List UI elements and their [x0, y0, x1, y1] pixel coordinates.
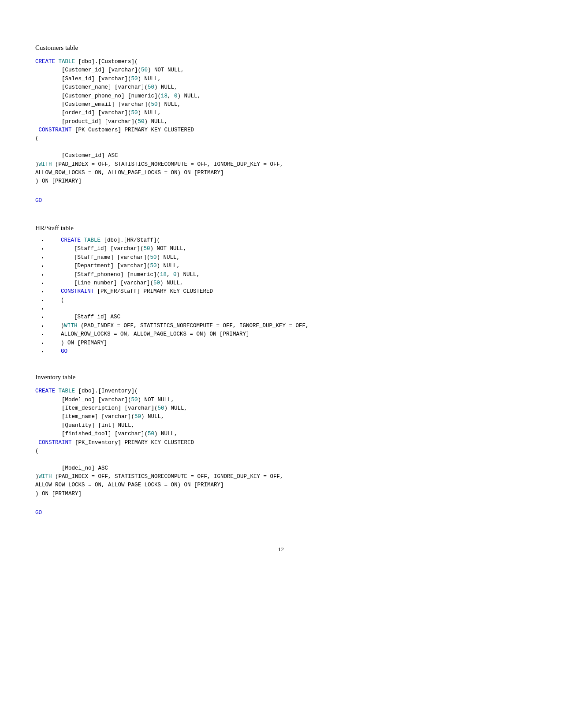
list-item: GO	[48, 347, 527, 356]
customers-code: CREATE TABLE [dbo].[Customers]( [Custome…	[35, 56, 527, 188]
hrstaff-title: HR/Staff table	[35, 224, 527, 232]
list-item: CONSTRAINT [PK_HR/Staff] PRIMARY KEY CLU…	[48, 287, 527, 296]
list-item: ALLOW_ROW_LOCKS = ON, ALLOW_PAGE_LOCKS =…	[48, 330, 527, 339]
page-number: 12	[35, 546, 527, 553]
list-item: [Staff_id] [varchar](50) NOT NULL,	[48, 245, 527, 253]
list-item: [Department] [varchar](50) NULL,	[48, 262, 527, 270]
list-item: [Staff_phoneno] [numeric](18, 0) NULL,	[48, 271, 527, 279]
list-item: )WITH (PAD_INDEX = OFF, STATISTICS_NOREC…	[48, 322, 527, 330]
list-item	[48, 305, 527, 313]
hrstaff-section: HR/Staff table CREATE TABLE [dbo].[HR/St…	[35, 224, 527, 356]
inventory-code: CREATE TABLE [dbo].[Inventory]( [Model_n…	[35, 385, 527, 500]
inventory-go: GO	[35, 507, 527, 519]
customers-section: Customers table CREATE TABLE [dbo].[Cust…	[35, 44, 527, 207]
list-item: [Staff_id] ASC	[48, 313, 527, 321]
customers-title: Customers table	[35, 44, 527, 52]
customers-go: GO	[35, 195, 527, 207]
hrstaff-code: CREATE TABLE [dbo].[HR/Staff]( [Staff_id…	[35, 236, 527, 356]
list-item: [Line_number] [varchar](50) NULL,	[48, 279, 527, 287]
list-item: ) ON [PRIMARY]	[48, 339, 527, 347]
list-item: CREATE TABLE [dbo].[HR/Staff](	[48, 236, 527, 245]
inventory-title: Inventory table	[35, 373, 527, 381]
list-item: [Staff_name] [varchar](50) NULL,	[48, 254, 527, 262]
list-item: (	[48, 296, 527, 305]
inventory-section: Inventory table CREATE TABLE [dbo].[Inve…	[35, 373, 527, 519]
